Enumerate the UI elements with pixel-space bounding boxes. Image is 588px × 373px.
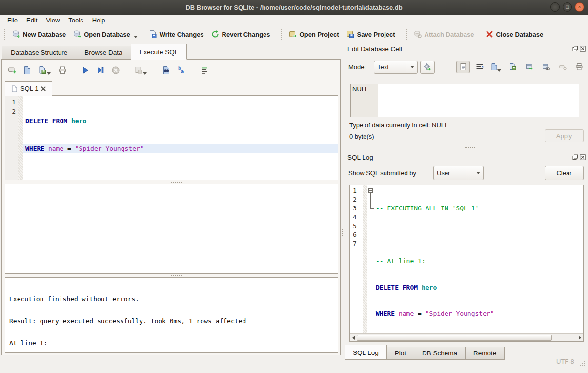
dock-tab-sql-log[interactable]: SQL Log [345, 345, 387, 360]
log-code-area[interactable]: -- EXECUTING ALL IN 'SQL 1' -- -- At lin… [375, 185, 583, 341]
resize-grip[interactable] [582, 363, 583, 364]
close-dock-icon[interactable] [580, 154, 586, 160]
scroll-right-icon[interactable] [576, 334, 583, 341]
save-file-icon [38, 66, 47, 75]
revert-changes-button[interactable]: Revert Changes [207, 28, 274, 41]
close-database-button[interactable]: Close Database [482, 28, 547, 40]
tab-browse-data[interactable]: Browse Data [76, 46, 130, 59]
log-line-numbers: 1 2 3 4 5 6 7 [350, 185, 363, 341]
apply-button[interactable]: Apply [545, 129, 584, 142]
editor-results-splitter[interactable] [5, 180, 338, 184]
open-external-button[interactable] [523, 61, 536, 73]
open-database-button[interactable]: Open Database [69, 28, 134, 41]
print-sql-button[interactable] [58, 66, 67, 75]
write-changes-button[interactable]: Write Changes [145, 28, 207, 41]
maximize-icon[interactable]: □ [563, 2, 572, 12]
titlebar[interactable]: DB Browser for SQLite - /home/user/code/… [0, 0, 588, 15]
log-fold-margin [367, 185, 375, 341]
sql-log-filter-select[interactable]: User [433, 166, 484, 180]
menu-tools[interactable]: Tools [64, 16, 87, 25]
open-database-icon [73, 30, 81, 39]
close-database-label: Close Database [496, 31, 543, 38]
close-icon[interactable]: × [575, 2, 584, 12]
tab-execute-sql[interactable]: Execute SQL [131, 44, 187, 60]
log-horizontal-scrollbar[interactable] [350, 333, 583, 341]
line-number: 6 [353, 230, 363, 239]
save-sql-dropdown-icon[interactable] [47, 72, 51, 75]
new-database-button[interactable]: New Database [8, 28, 69, 41]
dock-splitter[interactable] [441, 145, 489, 149]
results-grid[interactable] [5, 184, 338, 274]
open-database-label: Open Database [84, 31, 130, 38]
editor-fold-margin [18, 96, 23, 180]
execute-line-button[interactable] [96, 66, 105, 75]
sql-toolbar-separator [74, 65, 74, 76]
float-dock-icon[interactable] [572, 154, 578, 160]
export-results-dropdown-icon[interactable] [143, 72, 147, 75]
open-project-label: Open Project [300, 31, 339, 38]
mode-select[interactable]: Text [374, 61, 418, 74]
word-wrap-button[interactable] [473, 61, 487, 73]
import-cell-button[interactable] [489, 61, 503, 73]
fold-collapse-icon[interactable] [368, 188, 373, 193]
sql1-tab[interactable]: SQL 1 [5, 81, 52, 96]
menu-help[interactable]: Help [88, 16, 110, 25]
main-tab-bar: Database Structure Browse Data Execute S… [2, 44, 187, 59]
cell-editor[interactable]: NULL [350, 84, 579, 117]
link-data-button[interactable] [539, 61, 553, 73]
set-null-icon [559, 63, 567, 71]
menu-edit[interactable]: Edit [22, 16, 41, 25]
new-sql-tab-button[interactable] [8, 66, 17, 75]
sql-toolbar-separator [193, 65, 193, 76]
export-results-button[interactable] [134, 66, 148, 75]
import-dropdown-icon[interactable] [497, 69, 501, 72]
results-message-splitter[interactable] [5, 274, 338, 277]
scrollbar-thumb[interactable] [357, 335, 552, 341]
clear-log-button[interactable]: Clear [545, 166, 584, 180]
execute-all-button[interactable] [81, 66, 90, 75]
close-dock-icon[interactable] [580, 46, 586, 52]
sql-log-filter-label: Show SQL submitted by [348, 169, 416, 177]
mode-label: Mode: [348, 63, 366, 71]
line-number: 7 [353, 239, 363, 248]
log-line-2: -- [375, 230, 583, 239]
open-sql-file-button[interactable] [23, 66, 32, 75]
cell-editor-area[interactable] [378, 84, 579, 117]
toolbar-handle[interactable] [281, 29, 283, 40]
open-project-button[interactable]: Open Project [285, 28, 343, 41]
stop-button[interactable] [111, 66, 120, 75]
sql-editor[interactable]: 1 2 DELETE FROM hero WHERE name = "Spide… [5, 95, 338, 180]
scroll-left-icon[interactable] [350, 334, 357, 341]
auto-apply-button[interactable] [420, 61, 435, 74]
execution-message-panel[interactable]: Execution finished without errors. Resul… [5, 277, 338, 353]
attach-database-label: Attach Database [425, 31, 474, 38]
menu-view[interactable]: View [41, 16, 64, 25]
toolbar-handle[interactable] [406, 29, 408, 40]
dock-tab-plot[interactable]: Plot [387, 347, 414, 360]
dock-tab-db-schema[interactable]: DB Schema [414, 347, 466, 360]
export-cell-button[interactable] [506, 61, 520, 73]
minimize-icon[interactable]: − [550, 2, 560, 12]
toggle-results-button[interactable] [200, 66, 209, 75]
find-button[interactable] [162, 66, 171, 75]
cell-toolbar [456, 61, 586, 73]
format-sql-button[interactable]: b a [177, 66, 186, 75]
dock-tab-remote[interactable]: Remote [466, 347, 505, 360]
save-project-button[interactable]: Save Project [343, 28, 399, 41]
sql-log-panel[interactable]: 1 2 3 4 5 6 7 -- EXECUTING ALL IN 'SQL 1… [349, 185, 584, 342]
set-null-button[interactable] [556, 61, 569, 73]
float-dock-icon[interactable] [572, 46, 578, 52]
toolbar-handle[interactable] [4, 29, 6, 40]
editor-code-area[interactable]: DELETE FROM hero WHERE name = "Spider-Yo… [23, 96, 338, 180]
menu-file[interactable]: File [3, 16, 22, 25]
chevron-down-icon [410, 66, 414, 68]
open-database-dropdown-icon[interactable] [134, 36, 138, 38]
print-cell-button[interactable] [572, 61, 586, 73]
save-project-label: Save Project [357, 31, 395, 38]
close-tab-icon[interactable] [41, 86, 46, 91]
attach-database-button[interactable]: Attach Database [410, 28, 478, 41]
find-in-document-icon [162, 66, 171, 75]
tab-database-structure[interactable]: Database Structure [2, 46, 76, 59]
text-mode-button[interactable] [456, 61, 470, 73]
save-sql-file-button[interactable] [38, 66, 52, 75]
